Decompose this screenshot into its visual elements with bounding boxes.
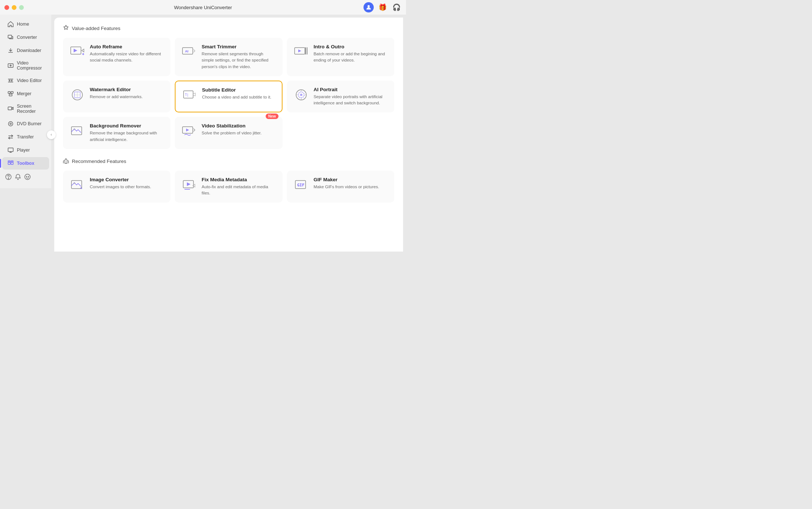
window-controls[interactable] [4, 5, 24, 10]
sidebar-item-screen-recorder[interactable]: Screen Recorder [2, 101, 49, 117]
feature-header-ai-portrait: AI Portrait Separate video portraits wit… [293, 87, 388, 107]
home-icon [7, 21, 14, 27]
feature-card-watermark-editor[interactable]: Watermark Editor Remove or add watermark… [63, 81, 170, 113]
sidebar-item-converter[interactable]: Converter [2, 31, 49, 44]
svg-marker-22 [74, 49, 77, 52]
compressor-icon [7, 62, 14, 69]
recommended-features-grid: Image Converter Convert images to other … [63, 171, 394, 203]
feature-header-video-stab: Video Stabilization Solve the problem of… [181, 123, 276, 139]
minimize-button[interactable] [12, 5, 16, 10]
feature-card-background-remover[interactable]: Background Remover Remove the image back… [63, 117, 170, 149]
sidebar-collapse-button[interactable]: ‹ [47, 130, 56, 139]
feature-card-ai-portrait[interactable]: AI Portrait Separate video portraits wit… [287, 81, 394, 113]
svg-text:AI: AI [185, 49, 188, 53]
bg-remover-desc: Remove the image background with artific… [90, 130, 164, 143]
sidebar-item-player[interactable]: Player [2, 144, 49, 156]
fix-media-metadata-icon-wrap [181, 177, 197, 193]
help-icon[interactable] [5, 174, 12, 182]
sidebar-label-merger: Merger [17, 91, 32, 96]
user-icon[interactable] [363, 2, 374, 12]
main-content: Value-added Features Auto Ref [54, 18, 403, 252]
sidebar-label-video-compressor: Video Compressor [17, 60, 44, 71]
feature-header-smart-trimmer: AI Smart Trimmer Remove silent segments … [181, 44, 276, 70]
toolbox-icon [7, 160, 14, 167]
feature-card-intro-outro[interactable]: Intro & Outro Batch remove or add the be… [287, 38, 394, 76]
sidebar-item-downloader[interactable]: Downloader [2, 44, 49, 57]
sidebar-wrapper: Home Converter Downloa [0, 15, 51, 254]
subtitle-editor-icon-wrap: T| [181, 87, 198, 103]
video-stab-text: Video Stabilization Solve the problem of… [202, 123, 262, 136]
sidebar-item-toolbox[interactable]: Toolbox [2, 157, 49, 170]
svg-rect-34 [71, 127, 82, 135]
gif-maker-text: GIF Maker Make GIFs from videos or pictu… [314, 177, 379, 190]
smart-trimmer-desc: Remove silent segments through simple se… [202, 51, 276, 70]
gift-icon[interactable]: 🎁 [377, 2, 388, 12]
svg-point-35 [74, 129, 75, 130]
watermark-desc: Remove or add watermarks. [90, 94, 143, 100]
svg-rect-12 [8, 162, 10, 164]
svg-point-10 [10, 123, 11, 125]
footer-icons [0, 170, 51, 185]
svg-rect-11 [8, 148, 13, 152]
feature-card-gif-maker[interactable]: GIF GIF Maker Make GIFs from videos or p… [287, 171, 394, 203]
svg-rect-15 [11, 161, 13, 162]
svg-point-17 [8, 178, 8, 179]
feedback-icon[interactable] [24, 174, 31, 182]
image-converter-desc: Convert images to other formats. [90, 184, 151, 190]
ai-portrait-text: AI Portrait Separate video portraits wit… [314, 87, 388, 107]
sidebar-item-video-editor[interactable]: Video Editor [2, 74, 49, 87]
svg-marker-37 [186, 129, 189, 131]
notification-icon[interactable] [15, 174, 21, 182]
feature-card-image-converter[interactable]: Image Converter Convert images to other … [63, 171, 170, 203]
sidebar-label-player: Player [17, 148, 30, 153]
feature-card-fix-media-metadata[interactable]: Fix Media Metadata Auto-fix and edit met… [175, 171, 282, 203]
video-stab-title: Video Stabilization [202, 123, 262, 129]
recommended-section-header: Recommended Features [63, 158, 394, 165]
smart-trimmer-text: Smart Trimmer Remove silent segments thr… [202, 44, 276, 70]
svg-marker-26 [298, 49, 301, 52]
svg-point-4 [11, 80, 12, 81]
metadata-title: Fix Media Metadata [202, 177, 276, 182]
feature-header-metadata: Fix Media Metadata Auto-fix and edit met… [181, 177, 276, 197]
subtitle-title: Subtitle Editor [202, 87, 271, 93]
sidebar-label-toolbox: Toolbox [17, 161, 34, 166]
feature-card-video-stabilization[interactable]: New Video Stabilization Solve the proble… [175, 117, 282, 149]
sidebar-item-transfer[interactable]: Transfer [2, 131, 49, 143]
smart-trimmer-icon-wrap: AI [181, 44, 197, 60]
sidebar-item-merger[interactable]: Merger [2, 88, 49, 100]
sidebar-item-dvd-burner[interactable]: DVD Burner [2, 118, 49, 130]
transfer-icon [7, 134, 14, 140]
background-remover-icon-wrap [69, 123, 85, 139]
sidebar-label-transfer: Transfer [17, 134, 34, 140]
svg-rect-1 [8, 35, 12, 38]
sidebar-label-screen-recorder: Screen Recorder [17, 104, 44, 114]
svg-rect-8 [8, 107, 12, 110]
window-title: Wondershare UniConverter [174, 5, 232, 10]
merger-icon [7, 90, 14, 97]
svg-marker-41 [187, 182, 191, 186]
intro-outro-text: Intro & Outro Batch remove or add the be… [314, 44, 388, 64]
svg-point-3 [9, 80, 10, 81]
video-stabilization-icon-wrap [181, 123, 197, 139]
maximize-button[interactable] [19, 5, 24, 10]
svg-rect-14 [8, 161, 10, 162]
intro-outro-icon-wrap [293, 44, 309, 60]
sidebar-label-dvd-burner: DVD Burner [17, 121, 41, 126]
sidebar-label-downloader: Downloader [17, 48, 41, 53]
svg-text:T|: T| [185, 93, 189, 97]
feature-card-smart-trimmer[interactable]: AI Smart Trimmer Remove silent segments … [175, 38, 282, 76]
feature-card-auto-reframe[interactable]: Auto Reframe Automatically resize video … [63, 38, 170, 76]
feature-header-subtitle: T| Subtitle Editor Choose a video and ad… [181, 87, 276, 103]
editor-icon [7, 77, 14, 84]
gif-maker-desc: Make GIFs from videos or pictures. [314, 184, 379, 190]
feature-card-subtitle-editor[interactable]: T| Subtitle Editor Choose a video and ad… [175, 81, 282, 113]
close-button[interactable] [4, 5, 9, 10]
svg-point-0 [368, 5, 370, 7]
downloader-icon [7, 47, 14, 54]
sidebar-item-video-compressor[interactable]: Video Compressor [2, 57, 49, 74]
auto-reframe-title: Auto Reframe [90, 44, 164, 49]
support-icon[interactable]: 🎧 [391, 2, 402, 12]
bg-remover-title: Background Remover [90, 123, 164, 129]
metadata-desc: Auto-fix and edit metadata of media file… [202, 184, 276, 197]
sidebar-item-home[interactable]: Home [2, 18, 49, 30]
